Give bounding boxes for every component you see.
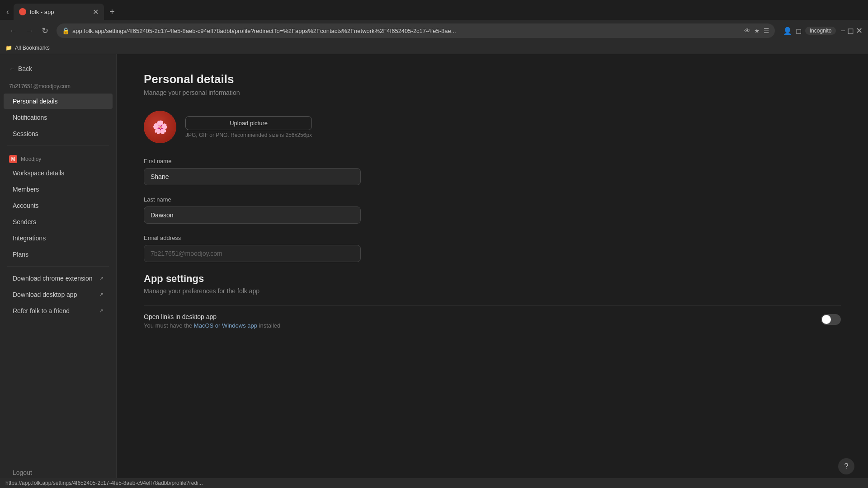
picture-hint: JPG, GIF or PNG. Recommended size is 256… <box>185 132 312 138</box>
back-btn[interactable]: ← <box>5 24 21 38</box>
sidebar: ← Back 7b217651@moodjoy.com Personal det… <box>0 54 117 488</box>
forward-btn[interactable]: → <box>22 24 37 38</box>
tab-title: folk - app <box>30 9 54 15</box>
reload-btn[interactable]: ↻ <box>38 24 52 38</box>
new-tab-btn[interactable]: + <box>106 5 118 19</box>
open-links-desc: You must have the MacOS or Windows app i… <box>144 322 810 329</box>
open-links-toggle[interactable] <box>821 314 841 325</box>
sidebar-item-senders[interactable]: Senders <box>4 214 113 230</box>
sidebar-item-sessions[interactable]: Sessions <box>4 126 113 141</box>
profile-picture-row: 🌸 Upload picture JPG, GIF or PNG. Recomm… <box>144 111 841 143</box>
browser-tab[interactable]: folk - app ✕ <box>14 4 104 20</box>
email-label: Email address <box>144 235 841 241</box>
extension-icon: ☰ <box>764 27 769 34</box>
workspace-icon: M <box>9 155 17 163</box>
sidebar-item-plans[interactable]: Plans <box>4 247 113 262</box>
workspace-name: Moodjoy <box>21 156 41 162</box>
maximize-btn[interactable]: ◻ <box>847 26 854 36</box>
setting-info: Open links in desktop app You must have … <box>144 313 810 329</box>
download-desktop-label: Download desktop app <box>13 291 77 298</box>
profile-icon: 👤 <box>783 27 792 35</box>
sidebar-item-download-desktop[interactable]: Download desktop app ↗ <box>4 287 113 302</box>
download-chrome-label: Download chrome extension <box>13 275 93 282</box>
address-input[interactable] <box>72 28 744 34</box>
star-icon: ★ <box>754 27 760 34</box>
open-links-desc-suffix: installed <box>257 322 280 329</box>
incognito-badge: Incognito <box>805 27 836 35</box>
sidebar-item-personal-details[interactable]: Personal details <box>4 94 113 109</box>
picture-info: Upload picture JPG, GIF or PNG. Recommen… <box>185 116 312 138</box>
external-link-icon-desktop: ↗ <box>99 291 104 298</box>
open-links-setting: Open links in desktop app You must have … <box>144 305 841 336</box>
last-name-label: Last name <box>144 196 841 203</box>
sidebar-item-accounts[interactable]: Accounts <box>4 198 113 213</box>
sidebar-item-notifications[interactable]: Notifications <box>4 110 113 125</box>
toggle-thumb <box>822 315 831 324</box>
address-icons: 👁︎ ★ ☰ <box>744 27 769 34</box>
lock-icon: 🔒 <box>62 27 70 34</box>
address-bar-container: 🔒 👁︎ ★ ☰ <box>57 23 775 38</box>
last-name-input[interactable] <box>144 206 361 224</box>
sidebar-item-refer-folk[interactable]: Refer folk to a friend ↗ <box>4 303 113 319</box>
tab-favicon <box>19 8 26 15</box>
bookmarks-icon: 📁 <box>5 45 12 51</box>
page-subtitle: Manage your personal information <box>144 89 841 96</box>
avatar-placeholder: 🌸 <box>144 111 176 143</box>
window-controls: − ◻ ✕ <box>840 26 863 36</box>
last-name-group: Last name <box>144 196 841 224</box>
page-title: Personal details <box>144 72 841 86</box>
macos-windows-link[interactable]: MacOS or Windows app <box>194 322 257 329</box>
bookmarks-label[interactable]: All Bookmarks <box>15 45 50 51</box>
back-arrow-icon: ← <box>9 65 15 72</box>
email-input <box>144 245 361 262</box>
status-bar: https://app.folk.app/settings/4f652405-2… <box>0 478 868 488</box>
first-name-label: First name <box>144 158 841 164</box>
app-settings-subtitle: Manage your preferences for the folk app <box>144 287 841 295</box>
sidebar-item-members[interactable]: Members <box>4 182 113 197</box>
toolbar-right: 👤 ◻ Incognito <box>783 27 836 35</box>
app-settings-title: App settings <box>144 273 841 285</box>
sidebar-divider-2 <box>7 266 109 267</box>
nav-prev-btn: ‹ <box>4 5 12 19</box>
upload-picture-btn[interactable]: Upload picture <box>185 116 312 130</box>
eye-slash-icon: 👁︎ <box>744 27 750 34</box>
close-window-btn[interactable]: ✕ <box>856 26 863 36</box>
help-button[interactable]: ? <box>838 458 854 474</box>
sidebar-item-workspace-details[interactable]: Workspace details <box>4 165 113 181</box>
window-icon: ◻ <box>796 27 802 35</box>
first-name-group: First name <box>144 158 841 185</box>
user-email: 7b217651@moodjoy.com <box>0 80 116 93</box>
external-link-icon-chrome: ↗ <box>99 275 104 282</box>
email-group: Email address <box>144 235 841 262</box>
back-link[interactable]: ← Back <box>0 61 116 80</box>
sidebar-item-integrations[interactable]: Integrations <box>4 230 113 246</box>
sidebar-item-download-chrome[interactable]: Download chrome extension ↗ <box>4 271 113 286</box>
status-url: https://app.folk.app/settings/4f652405-2… <box>5 480 203 486</box>
tab-close-btn[interactable]: ✕ <box>93 8 99 16</box>
workspace-section: M Moodjoy <box>0 150 116 165</box>
first-name-input[interactable] <box>144 168 361 185</box>
minimize-btn[interactable]: − <box>840 26 845 36</box>
back-label: Back <box>18 65 32 72</box>
main-content: Personal details Manage your personal in… <box>117 54 868 488</box>
external-link-icon-refer: ↗ <box>99 308 104 314</box>
sidebar-divider-1 <box>7 145 109 146</box>
avatar: 🌸 <box>144 111 176 143</box>
refer-folk-label: Refer folk to a friend <box>13 307 70 314</box>
open-links-desc-prefix: You must have the <box>144 322 194 329</box>
bookmarks-bar: 📁 All Bookmarks <box>0 42 868 54</box>
open-links-title: Open links in desktop app <box>144 313 810 320</box>
